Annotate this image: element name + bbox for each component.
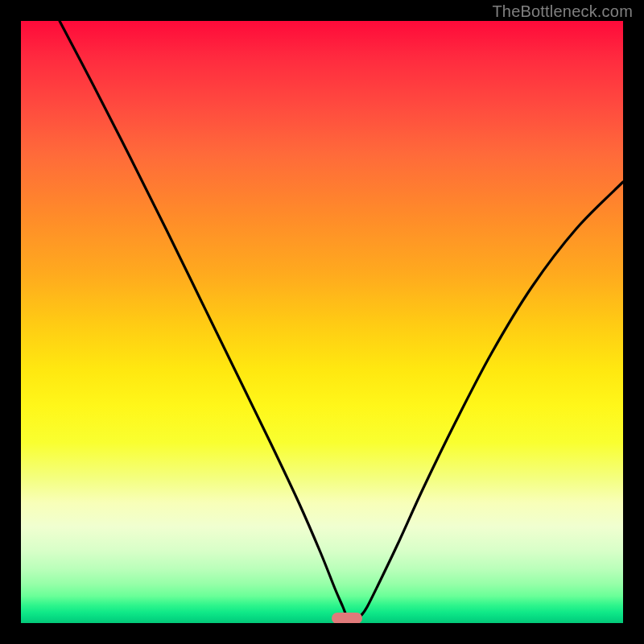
minimum-marker (332, 613, 362, 623)
curve-path (60, 21, 623, 617)
plot-area (21, 21, 623, 623)
chart-frame: TheBottleneck.com (0, 0, 644, 644)
attribution-label: TheBottleneck.com (492, 2, 633, 21)
bottleneck-curve (21, 21, 623, 623)
